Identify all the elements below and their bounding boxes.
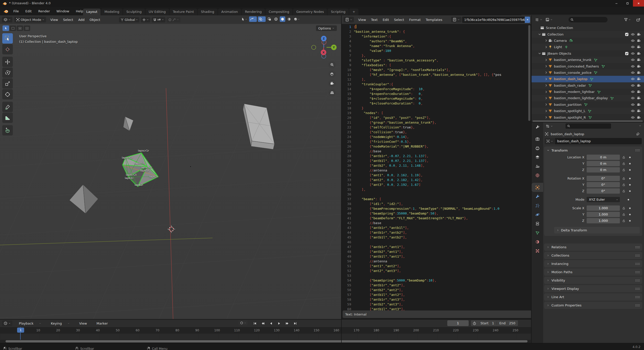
eye-icon[interactable] (631, 83, 635, 88)
outliner-row[interactable]: Scene Collection (532, 25, 644, 31)
menu-item[interactable]: Window (54, 9, 72, 14)
properties-tab[interactable] (532, 153, 543, 162)
code-line[interactable]: 27 //base (342, 149, 531, 154)
timeline-scrollbar[interactable] (6, 340, 528, 342)
camera-toggle-icon[interactable] (637, 45, 641, 49)
menu-item[interactable]: Object (87, 17, 102, 22)
code-line[interactable]: 8 "slotType" : "bastion_trunk_accessory"… (342, 58, 531, 63)
menu-item[interactable]: Templates (423, 17, 445, 22)
editor-type-button[interactable] (344, 17, 354, 22)
checkbox-icon[interactable] (625, 51, 629, 56)
filter-display-button[interactable] (544, 17, 554, 22)
menu-item[interactable]: Select (61, 17, 75, 22)
current-frame-field[interactable]: 1 (447, 320, 469, 326)
code-line[interactable]: 17 "$+closeForceDuration": 0, (342, 101, 531, 106)
expand-chevron-icon[interactable] (544, 77, 548, 81)
value-field[interactable]: 1.000 (587, 218, 620, 223)
camera-toggle-icon[interactable] (637, 96, 641, 100)
menu-item[interactable]: Edit (23, 9, 34, 14)
divider[interactable] (341, 15, 342, 343)
code-line[interactable]: 13 "trunkCoupler":{ (342, 82, 531, 87)
eye-icon[interactable] (631, 96, 635, 100)
code-line[interactable]: 1{ (342, 24, 531, 29)
workspace-tab[interactable]: UV Editing (145, 9, 169, 15)
value-field[interactable]: 0 m (587, 155, 620, 160)
eye-icon[interactable] (631, 45, 635, 49)
workspace-tab[interactable]: Sculpting (123, 9, 145, 15)
outliner-row[interactable]: bastion_concealed_flashers (532, 63, 644, 69)
close-button[interactable] (633, 0, 644, 7)
properties-tab[interactable] (532, 246, 543, 255)
animate-dot[interactable] (629, 169, 631, 171)
lock-icon[interactable] (622, 162, 626, 165)
jump-to-end-button[interactable] (292, 321, 298, 326)
workspace-tab[interactable]: Geometry Nodes (293, 9, 327, 15)
animate-dot[interactable] (629, 190, 631, 192)
outliner-row[interactable]: bastion_dash_laptop (532, 76, 644, 82)
expand-chevron-icon[interactable] (544, 39, 548, 43)
menu-item[interactable]: Text (369, 17, 380, 22)
select-mode-button[interactable] (10, 25, 16, 31)
outliner-row[interactable]: bastion_dash_radar (532, 82, 644, 89)
code-line[interactable]: 11 ["hf_antenna", ["bastion_trunk","bast… (342, 72, 531, 77)
expand-chevron-icon[interactable] (544, 115, 548, 119)
nav-button[interactable] (328, 89, 336, 96)
code-line[interactable]: 41 {"beamDeform":"FLT_MAX","beamStrength… (342, 216, 531, 221)
code-line[interactable]: 57 ["antb1l","ant2"], (342, 292, 531, 297)
camera-toggle-icon[interactable] (637, 90, 641, 94)
expand-chevron-icon[interactable] (544, 58, 548, 62)
expand-chevron-icon[interactable] (544, 96, 548, 100)
text-editor-body[interactable]: 1{2"bastion_antenna_trunk": {3 "informat… (342, 24, 531, 320)
value-field[interactable]: 0 m (587, 161, 620, 166)
collapsed-panel[interactable]: Relations (544, 243, 642, 251)
header-toggle[interactable] (273, 16, 279, 22)
header-toggle[interactable] (286, 16, 292, 22)
code-line[interactable]: 42 //base (342, 221, 531, 225)
properties-search[interactable] (566, 123, 611, 129)
value-field[interactable]: XYZ Euler (587, 197, 620, 202)
eye-icon[interactable] (631, 77, 635, 81)
lock-icon[interactable] (622, 183, 626, 187)
eye-icon[interactable] (631, 109, 635, 113)
code-line[interactable]: 26 {"nodeMaterial":"|NM_RUBBER"}, (342, 144, 531, 149)
camera-toggle-icon[interactable] (637, 83, 641, 88)
value-field[interactable]: 0 m (587, 167, 620, 172)
properties-tab[interactable] (532, 162, 543, 171)
mode-dropdown[interactable]: Object Mode (14, 17, 46, 22)
drag-dots-icon[interactable] (635, 149, 640, 152)
code-line[interactable]: 21 {"group":"bastion_antenna_trunk"}, (342, 120, 531, 125)
header-toggle[interactable] (293, 16, 301, 22)
workspace-tab[interactable]: Shading (198, 9, 218, 15)
drag-dots-icon[interactable] (635, 271, 640, 273)
camera-toggle-icon[interactable] (637, 109, 641, 113)
code-line[interactable]: 51 ["ant1","ant2"], (342, 264, 531, 268)
outliner-row[interactable]: bastion_spotlight_R (532, 114, 644, 120)
animate-dot[interactable] (629, 184, 631, 186)
drag-dots-icon[interactable] (635, 288, 640, 290)
axis-z-label[interactable]: Z (323, 37, 325, 40)
code-line[interactable]: 14 "$+openForceMagnitude": 10, (342, 87, 531, 91)
value-field[interactable]: 1.000 (587, 212, 620, 217)
expand-chevron-icon[interactable] (544, 83, 548, 87)
next-keyframe-button[interactable] (284, 321, 290, 326)
properties-tab[interactable] (532, 144, 543, 153)
code-line[interactable]: 9 "flexbodies": [ (342, 63, 531, 67)
object-name-field[interactable]: bastion_dash_laptop (555, 138, 642, 144)
camera-toggle-icon[interactable] (637, 102, 641, 107)
code-line[interactable]: 52 ["ant2","ant3"], (342, 268, 531, 273)
menu-item[interactable]: Marker (92, 320, 112, 327)
tool-button[interactable] (2, 67, 13, 78)
axis-x-label[interactable]: X (323, 51, 325, 54)
collapsed-panel[interactable]: Viewport Display (544, 285, 642, 292)
menu-item[interactable]: Edit (380, 17, 391, 22)
code-line[interactable]: 23 {"collision":true}, (342, 130, 531, 134)
code-line[interactable]: 28 ["antb1r",-0.07, 2.21, 1.137], (342, 154, 531, 158)
select-mode-button[interactable] (17, 25, 23, 31)
editor-type-button[interactable] (2, 321, 12, 326)
expand-chevron-icon[interactable] (536, 26, 540, 30)
code-line[interactable]: 20 ["id", "posX", "posY", "posZ"], (342, 115, 531, 120)
code-line[interactable]: 59 ["antb2","ant3"], (342, 302, 531, 307)
play-button[interactable] (276, 321, 282, 326)
id-type-button[interactable] (545, 138, 555, 144)
menu-item[interactable]: File (11, 9, 22, 14)
